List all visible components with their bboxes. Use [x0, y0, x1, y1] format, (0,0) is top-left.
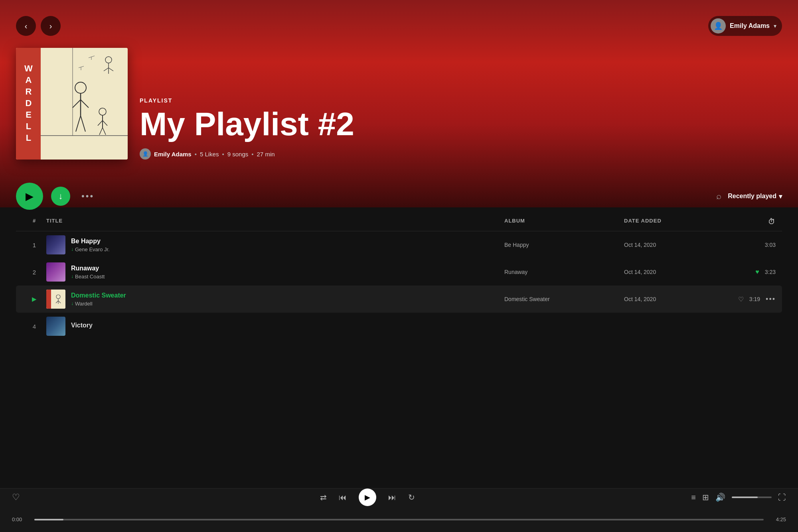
download-indicator-icon: ↓	[71, 274, 73, 279]
download-button[interactable]: ↓	[51, 187, 70, 206]
fullscreen-button[interactable]: ⛶	[778, 493, 786, 502]
progress-bar[interactable]	[34, 519, 764, 520]
track-number: 1	[22, 242, 46, 248]
duration-value: 3:19	[749, 296, 760, 302]
duration-value: 3:23	[765, 269, 776, 275]
svg-line-12	[99, 128, 103, 135]
playlist-duration: 27 min	[257, 151, 275, 158]
svg-point-14	[105, 57, 112, 63]
col-header-album: ALBUM	[504, 218, 624, 226]
recently-played-label: Recently played	[728, 193, 776, 200]
controls-left: ▶ ↓ •••	[16, 183, 97, 210]
more-options-button[interactable]: •••	[78, 189, 97, 203]
user-name-label: Emily Adams	[730, 22, 770, 30]
track-date: Oct 14, 2020	[624, 242, 736, 248]
svg-rect-23	[46, 290, 51, 309]
playlist-info: PLAYLIST My Playlist #2 👤 Emily Adams • …	[140, 97, 782, 160]
col-header-title: TITLE	[46, 218, 504, 226]
track-info: Domestic Sweater ↓ Wardell	[46, 290, 504, 309]
search-button[interactable]: ⌕	[716, 191, 721, 201]
forward-button[interactable]: ›	[41, 16, 61, 36]
track-more-options-button[interactable]: •••	[766, 295, 776, 303]
sort-dropdown-icon: ▾	[779, 193, 782, 200]
track-album: Domestic Sweater	[504, 296, 624, 302]
duration-value: 3:03	[765, 242, 776, 248]
devices-button[interactable]: ⊞	[702, 493, 709, 502]
play-button[interactable]: ▶	[16, 183, 43, 210]
track-number: 4	[22, 323, 46, 330]
controls-bar: ▶ ↓ ••• ⌕ Recently played ▾	[16, 171, 782, 218]
track-thumbnail	[46, 235, 65, 254]
queue-button[interactable]: ≡	[691, 493, 696, 502]
svg-line-13	[103, 128, 106, 135]
svg-line-4	[73, 100, 81, 108]
track-name: Domestic Sweater	[71, 292, 126, 299]
player-left-section: ♡	[12, 492, 44, 502]
playlist-songs: 9 songs	[227, 151, 249, 158]
track-album: Runaway	[504, 269, 624, 275]
track-date: Oct 14, 2020	[624, 296, 736, 302]
track-thumbnail	[46, 262, 65, 282]
player-bar: ♡ ⇄ ⏮ ▶ ⏭ ↻ ≡ ⊞ 🔊 ⛶ 0:00 4:25	[0, 488, 798, 532]
track-album: Be Happy	[504, 242, 624, 248]
shuffle-button[interactable]: ⇄	[320, 493, 327, 502]
svg-line-7	[81, 116, 85, 132]
svg-point-2	[75, 82, 86, 93]
svg-line-11	[103, 120, 107, 126]
volume-slider[interactable]	[732, 497, 772, 498]
previous-button[interactable]: ⏮	[339, 493, 347, 502]
player-controls: ♡ ⇄ ⏮ ▶ ⏭ ↻ ≡ ⊞ 🔊 ⛶	[12, 489, 786, 509]
download-indicator-icon: ↓	[71, 301, 73, 306]
next-button[interactable]: ⏭	[388, 493, 396, 502]
user-profile-button[interactable]: 👤 Emily Adams ▾	[708, 16, 782, 36]
recently-played-button[interactable]: Recently played ▾	[728, 193, 782, 200]
track-artist: ↓ Beast Coastt	[71, 274, 105, 280]
top-navigation: ‹ › 👤 Emily Adams ▾	[16, 8, 782, 48]
table-row[interactable]: ▶	[16, 286, 782, 313]
track-info: Runaway ↓ Beast Coastt	[46, 262, 504, 282]
total-time: 4:25	[770, 516, 786, 522]
track-artist: ↓ Wardell	[71, 301, 126, 307]
col-header-num: #	[22, 218, 46, 226]
table-header-row: # TITLE ALBUM DATE ADDED ⏱	[16, 218, 782, 231]
col-header-date: DATE ADDED	[624, 218, 736, 226]
heart-icon[interactable]: ♡	[738, 296, 744, 303]
track-table: # TITLE ALBUM DATE ADDED ⏱ 1 Be Happy ↓ …	[16, 218, 782, 340]
track-name: Victory	[71, 322, 93, 329]
chevron-down-icon: ▾	[774, 23, 776, 29]
svg-line-10	[98, 120, 103, 126]
track-info: Victory	[46, 317, 504, 336]
volume-icon[interactable]: 🔊	[715, 493, 725, 502]
repeat-button[interactable]: ↻	[408, 493, 415, 502]
heart-liked-icon[interactable]: ♥	[755, 268, 759, 276]
playlist-meta: 👤 Emily Adams • 5 Likes • 9 songs • 27 m…	[140, 148, 782, 160]
col-header-duration: ⏱	[736, 218, 776, 226]
album-art-text: WARDELL	[24, 63, 33, 144]
track-duration: ♡ 3:19 •••	[736, 295, 776, 303]
controls-right: ⌕ Recently played ▾	[716, 191, 782, 201]
table-row[interactable]: 2 Runaway ↓ Beast Coastt Runaway Oct 14,…	[16, 258, 782, 286]
author-avatar: 👤	[140, 148, 151, 160]
play-pause-button[interactable]: ▶	[359, 489, 376, 506]
page-title: My Playlist #2	[140, 108, 782, 140]
avatar: 👤	[711, 18, 726, 33]
table-row[interactable]: 4 Victory	[16, 313, 782, 340]
clock-icon: ⏱	[768, 218, 776, 226]
back-button[interactable]: ‹	[16, 16, 36, 36]
table-row[interactable]: 1 Be Happy ↓ Gene Evaro Jr. Be Happy Oct…	[16, 231, 782, 258]
track-thumbnail	[46, 317, 65, 336]
progress-section: 0:00 4:25	[12, 509, 786, 525]
track-thumbnail	[46, 290, 65, 309]
track-number: ▶	[22, 296, 46, 303]
download-indicator-icon: ↓	[71, 246, 73, 252]
play-icon: ▶	[32, 296, 37, 302]
playlist-likes: 5 Likes	[200, 151, 219, 158]
playlist-type-label: PLAYLIST	[140, 97, 782, 104]
player-right-section: ≡ ⊞ 🔊 ⛶	[691, 493, 786, 502]
track-duration: 3:03	[736, 242, 776, 248]
svg-line-17	[109, 68, 113, 71]
playlist-header: WARDELL	[16, 48, 782, 171]
nav-arrows: ‹ ›	[16, 16, 61, 36]
track-info: Be Happy ↓ Gene Evaro Jr.	[46, 235, 504, 254]
like-button[interactable]: ♡	[12, 492, 20, 502]
